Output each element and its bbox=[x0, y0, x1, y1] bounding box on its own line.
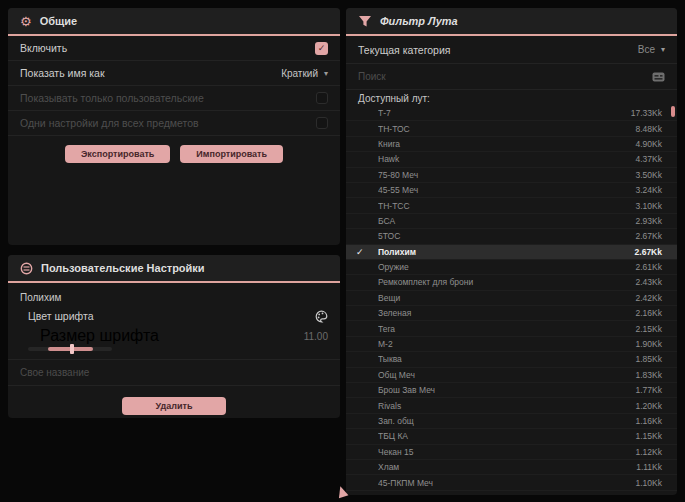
loot-item-name: ТН-ТОС bbox=[378, 124, 628, 134]
category-label: Текущая категория bbox=[358, 44, 451, 56]
name-display-row: Показать имя как Краткий ▾ bbox=[8, 61, 340, 86]
font-size-block: Размер шрифта 11.00 bbox=[8, 326, 340, 360]
custom-name-input[interactable] bbox=[20, 367, 328, 378]
loot-item-value: 1.16Kk bbox=[636, 416, 662, 426]
panel-title: Пользовательские Настройки bbox=[41, 262, 205, 274]
custom-only-label: Показывать только пользовательские bbox=[20, 92, 204, 104]
loot-item[interactable]: 45-ПКПМ Меч1.10Kk bbox=[346, 475, 677, 490]
search-input[interactable] bbox=[358, 71, 652, 82]
font-size-slider[interactable] bbox=[28, 347, 112, 351]
shared-settings-row: Одни настройки для всех предметов bbox=[8, 111, 340, 136]
loot-item[interactable]: Hawk4.37Kk bbox=[346, 152, 677, 167]
loot-item-value: 17.33Kk bbox=[631, 108, 662, 118]
general-panel: ⚙ Общие Включить ✓ Показать имя как Крат… bbox=[8, 8, 340, 245]
loot-item[interactable]: Rivals1.20Kk bbox=[346, 398, 677, 413]
loot-item-value: 2.42Kk bbox=[636, 293, 662, 303]
loot-item-value: 3.50Kk bbox=[636, 170, 662, 180]
available-loot-label: Доступный лут: bbox=[358, 93, 430, 104]
loot-item-value: 2.16Kk bbox=[636, 308, 662, 318]
loot-item[interactable]: 5ТОС2.67Kk bbox=[346, 229, 677, 244]
loot-item-value: 4.37Kk bbox=[636, 154, 662, 164]
loot-item[interactable]: Оружие2.61Kk bbox=[346, 260, 677, 275]
name-display-label: Показать имя как bbox=[20, 67, 105, 79]
loot-item[interactable]: Брош Зав Меч1.77Kk bbox=[346, 383, 677, 398]
category-dropdown[interactable]: Все ▾ bbox=[638, 44, 665, 55]
loot-item[interactable]: ТН-ТОС8.48Kk bbox=[346, 121, 677, 136]
loot-item-value: 1.12Kk bbox=[636, 447, 662, 457]
loot-item[interactable]: Тыква1.85Kk bbox=[346, 352, 677, 367]
shared-settings-checkbox[interactable] bbox=[316, 117, 328, 129]
font-size-row: Размер шрифта 11.00 bbox=[20, 328, 328, 344]
loot-filter-panel: Фильтр Лута Текущая категория Все ▾ Дост… bbox=[346, 8, 677, 495]
palette-icon[interactable] bbox=[315, 310, 328, 323]
loot-item-name: Хлам bbox=[378, 462, 628, 472]
search-options-icon[interactable] bbox=[652, 72, 665, 82]
name-display-dropdown[interactable]: Краткий ▾ bbox=[281, 68, 328, 79]
loot-item-value: 3.10Kk bbox=[636, 201, 662, 211]
loot-item[interactable]: Зап. общ1.16Kk bbox=[346, 414, 677, 429]
loot-item-value: 3.24Kk bbox=[636, 185, 662, 195]
export-import-row: Экспортировать Импортировать bbox=[8, 136, 340, 163]
check-icon: ✓ bbox=[356, 247, 364, 257]
loot-item[interactable]: Книга4.90Kk bbox=[346, 137, 677, 152]
loot-item[interactable]: БСА2.93Kk bbox=[346, 214, 677, 229]
loot-item-name: 45-ПКПМ Меч bbox=[378, 478, 628, 488]
loot-item[interactable]: Хлам1.11Kk bbox=[346, 460, 677, 475]
loot-item-value: 1.15Kk bbox=[636, 431, 662, 441]
loot-item-name: Брош Зав Меч bbox=[378, 385, 628, 395]
loot-item-name: Чекан 15 bbox=[378, 447, 628, 457]
loot-item-value: 1.77Kk bbox=[636, 385, 662, 395]
loot-item[interactable]: Тега2.15Kk bbox=[346, 321, 677, 336]
font-size-label: Размер шрифта bbox=[40, 327, 159, 345]
loot-item-value: 2.15Kk bbox=[636, 324, 662, 334]
loot-item-name: Книга bbox=[378, 139, 628, 149]
loot-item[interactable]: 75-80 Меч3.50Kk bbox=[346, 168, 677, 183]
loot-item[interactable]: ТБЦ КА1.15Kk bbox=[346, 429, 677, 444]
loot-item-value: 1.85Kk bbox=[636, 354, 662, 364]
loot-item-value: 2.67Kk bbox=[635, 247, 662, 257]
loot-item-name: Тыква bbox=[378, 354, 628, 364]
loot-item-name: Тега bbox=[378, 324, 628, 334]
category-row: Текущая категория Все ▾ bbox=[346, 36, 677, 64]
loot-item-name: БСА bbox=[378, 216, 628, 226]
loot-item-name: Вещи bbox=[378, 293, 628, 303]
custom-only-checkbox[interactable] bbox=[316, 92, 328, 104]
loot-item-name: Т-7 bbox=[378, 108, 623, 118]
loot-item[interactable]: Ремкомплект для брони2.43Kk bbox=[346, 275, 677, 290]
loot-item-name: 75-80 Меч bbox=[378, 170, 628, 180]
delete-button[interactable]: Удалить bbox=[122, 397, 227, 415]
available-loot-row: Доступный лут: bbox=[346, 90, 677, 106]
loot-item[interactable]: ТН-ТСС3.10Kk bbox=[346, 198, 677, 213]
enable-checkbox[interactable]: ✓ bbox=[315, 42, 328, 55]
custom-settings-header: Пользовательские Настройки bbox=[8, 255, 340, 283]
loot-item[interactable]: ✓Полихим2.67Kk bbox=[346, 245, 677, 260]
enable-label: Включить bbox=[20, 42, 67, 54]
shared-settings-label: Одни настройки для всех предметов bbox=[20, 117, 199, 129]
loot-item[interactable]: Общ Меч1.83Kk bbox=[346, 368, 677, 383]
loot-item[interactable]: Т-717.33Kk bbox=[346, 106, 677, 121]
search-row bbox=[346, 64, 677, 90]
loot-item[interactable]: Вещи2.42Kk bbox=[346, 291, 677, 306]
scrollbar-thumb[interactable] bbox=[671, 106, 675, 117]
chevron-down-icon: ▾ bbox=[324, 69, 328, 78]
loot-item[interactable]: Чекан 151.12Kk bbox=[346, 445, 677, 460]
loot-item-value: 2.67Kk bbox=[636, 231, 662, 241]
export-button[interactable]: Экспортировать bbox=[65, 145, 170, 163]
loot-item-name: Оружие bbox=[378, 262, 628, 272]
loot-item-name: Зеленая bbox=[378, 308, 628, 318]
loot-item-name: Hawk bbox=[378, 154, 628, 164]
general-panel-header: ⚙ Общие bbox=[8, 8, 340, 36]
loot-item-value: 1.90Kk bbox=[636, 339, 662, 349]
loot-item[interactable]: Зеленая2.16Kk bbox=[346, 306, 677, 321]
slider-handle[interactable] bbox=[70, 344, 74, 354]
delete-area: Удалить bbox=[8, 386, 340, 415]
font-size-value: 11.00 bbox=[304, 331, 328, 342]
loot-item[interactable]: М-21.90Kk bbox=[346, 337, 677, 352]
loot-item-name: Общ Меч bbox=[378, 370, 628, 380]
loot-item-value: 2.61Kk bbox=[636, 262, 662, 272]
loot-item[interactable]: 45-55 Меч3.24Kk bbox=[346, 183, 677, 198]
custom-only-row: Показывать только пользовательские bbox=[8, 86, 340, 111]
loot-item-value: 8.48Kk bbox=[636, 124, 662, 134]
loot-list: Т-717.33KkТН-ТОС8.48KkКнига4.90KkHawk4.3… bbox=[346, 106, 677, 491]
import-button[interactable]: Импортировать bbox=[180, 145, 283, 163]
